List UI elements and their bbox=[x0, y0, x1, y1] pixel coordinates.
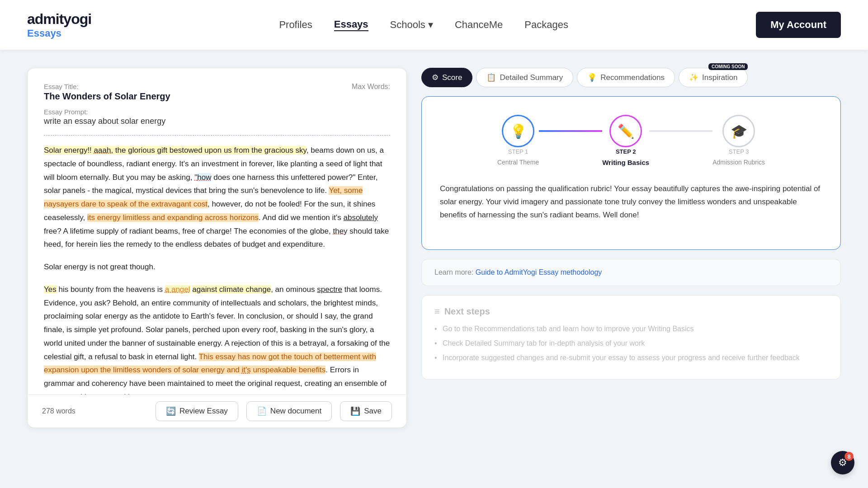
logo-admit: admityogi bbox=[27, 11, 91, 28]
steps-row: 💡 STEP 1 Central Theme ✏️ STEP 2 Writing… bbox=[440, 115, 822, 166]
new-doc-icon: 📄 bbox=[257, 406, 267, 416]
nav-chanceme[interactable]: ChanceMe bbox=[455, 19, 503, 31]
score-icon: ⚙ bbox=[432, 73, 439, 82]
save-button[interactable]: 💾 Save bbox=[340, 401, 392, 421]
review-essay-button[interactable]: 🔄 Review Essay bbox=[156, 401, 238, 421]
essay-title-label: Essay Title: bbox=[44, 83, 170, 90]
my-account-button[interactable]: My Account bbox=[756, 12, 841, 38]
essay-paragraph-3: Yes his bounty from the heavens is a ang… bbox=[44, 283, 390, 404]
step-3-label: Admission Rubrics bbox=[712, 159, 765, 166]
essay-body: Solar energy!! aaah, the glorious gift b… bbox=[44, 144, 390, 404]
right-panel: ⚙ Score 📋 Detailed Summary 💡 Recommendat… bbox=[421, 68, 841, 380]
score-feedback: Congratulations on passing the qualifica… bbox=[440, 183, 822, 222]
tab-inspiration[interactable]: ✨ Inspiration bbox=[679, 68, 748, 87]
essay-divider bbox=[44, 135, 390, 136]
learn-more-card: Learn more: Guide to AdmitYogi Essay met… bbox=[421, 259, 841, 286]
next-step-3: Incorporate suggested changes and re-sub… bbox=[434, 354, 828, 362]
next-steps-title: ≡ Next steps bbox=[434, 306, 828, 317]
nav-profiles[interactable]: Profiles bbox=[279, 19, 312, 31]
inspiration-icon: ✨ bbox=[689, 73, 698, 82]
step-2-num: STEP 2 bbox=[616, 148, 636, 155]
step-2: ✏️ STEP 2 Writing Basics bbox=[602, 115, 649, 166]
learn-more-prefix: Learn more: bbox=[434, 268, 476, 276]
step-1: 💡 STEP 1 Central Theme bbox=[497, 115, 539, 166]
next-steps-icon: ≡ bbox=[434, 306, 440, 317]
step-3-num: STEP 3 bbox=[729, 148, 749, 155]
essay-prompt: write an essay about solar energy bbox=[44, 117, 390, 126]
cog-badge[interactable]: ⚙ 8 bbox=[831, 451, 854, 474]
essay-prompt-label: Essay Prompt: bbox=[44, 108, 390, 116]
essay-panel: Essay Title: The Wonders of Solar Energy… bbox=[27, 68, 407, 428]
nav-packages[interactable]: Packages bbox=[524, 19, 568, 31]
logo: admityogi Essays bbox=[27, 11, 91, 39]
essay-paragraph-1: Solar energy!! aaah, the glorious gift b… bbox=[44, 144, 390, 251]
review-icon: 🔄 bbox=[166, 406, 176, 416]
main-container: Essay Title: The Wonders of Solar Energy… bbox=[0, 50, 868, 446]
tab-inspiration-wrap: ✨ Inspiration COMING SOON bbox=[679, 68, 748, 87]
step-1-label: Central Theme bbox=[497, 159, 539, 166]
coming-soon-badge: COMING SOON bbox=[708, 63, 748, 70]
next-steps-card: ≡ Next steps Go to the Recommendations t… bbox=[421, 295, 841, 380]
tab-bar: ⚙ Score 📋 Detailed Summary 💡 Recommendat… bbox=[421, 68, 841, 87]
word-count: 278 words bbox=[42, 407, 75, 415]
learn-more-link[interactable]: Guide to AdmitYogi Essay methodology bbox=[476, 268, 602, 276]
nav: Profiles Essays Schools ▾ ChanceMe Packa… bbox=[279, 19, 568, 31]
max-words-label: Max Words: bbox=[352, 83, 390, 91]
step-1-num: STEP 1 bbox=[508, 148, 528, 155]
new-document-button[interactable]: 📄 New document bbox=[246, 401, 332, 421]
save-icon: 💾 bbox=[350, 406, 360, 416]
logo-essays: Essays bbox=[27, 28, 91, 39]
essay-paragraph-2: Solar energy is not great though. bbox=[44, 260, 390, 274]
tab-score[interactable]: ⚙ Score bbox=[421, 68, 472, 87]
score-card: 💡 STEP 1 Central Theme ✏️ STEP 2 Writing… bbox=[421, 96, 841, 250]
step-connector-2 bbox=[649, 130, 712, 132]
next-steps-list: Go to the Recommendations tab and learn … bbox=[434, 325, 828, 362]
chevron-down-icon: ▾ bbox=[428, 19, 433, 31]
summary-icon: 📋 bbox=[486, 73, 496, 82]
essay-footer: 278 words 🔄 Review Essay 📄 New document … bbox=[28, 394, 406, 427]
step-3-circle: 🎓 bbox=[722, 115, 755, 147]
step-3: 🎓 STEP 3 Admission Rubrics bbox=[712, 115, 765, 166]
step-2-label: Writing Basics bbox=[602, 159, 649, 166]
nav-essays[interactable]: Essays bbox=[334, 19, 368, 31]
tab-detailed-summary[interactable]: 📋 Detailed Summary bbox=[476, 68, 573, 87]
nav-schools[interactable]: Schools ▾ bbox=[390, 19, 433, 31]
next-step-2: Check Detailed Summary tab for in-depth … bbox=[434, 339, 828, 347]
cog-count: 8 bbox=[844, 452, 854, 461]
recommendations-icon: 💡 bbox=[587, 73, 597, 82]
next-step-1: Go to the Recommendations tab and learn … bbox=[434, 325, 828, 333]
step-1-circle: 💡 bbox=[502, 115, 534, 147]
tab-recommendations[interactable]: 💡 Recommendations bbox=[577, 68, 675, 87]
step-connector-1 bbox=[539, 130, 602, 132]
essay-title: The Wonders of Solar Energy bbox=[44, 91, 170, 102]
header: admityogi Essays Profiles Essays Schools… bbox=[0, 0, 868, 50]
step-2-circle: ✏️ bbox=[609, 115, 642, 147]
essay-meta: Essay Title: The Wonders of Solar Energy… bbox=[44, 83, 390, 126]
